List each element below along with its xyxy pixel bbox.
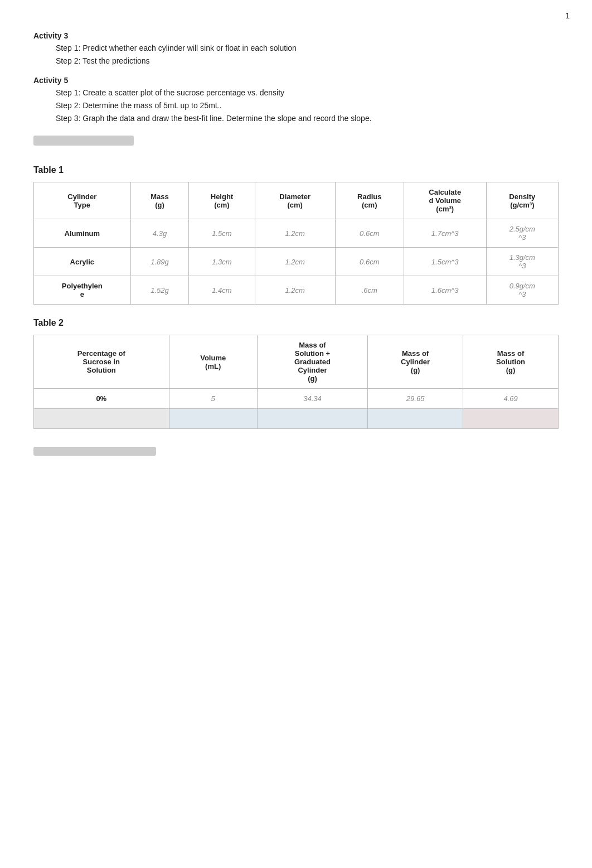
cell-aluminum-radius: 0.6cm [335,219,404,248]
cell-mass-sol-0pct: 4.69 [463,389,559,409]
activity-5-section: Activity 5 Step 1: Create a scatter plot… [33,76,559,124]
cell-aluminum-type: Aluminum [34,219,131,248]
cell-poly-density: 0.9g/cm^3 [486,276,558,305]
redacted-bar-1 [33,136,134,146]
table-row: Polyethylene 1.52g 1.4cm 1.2cm .6cm 1.6c… [34,276,559,305]
table-row-empty [34,409,559,429]
cell-volume-0pct: 5 [169,389,257,409]
col2-header-mass-cylinder: Mass ofCylinder(g) [368,335,463,389]
cell-sucrose-0pct: 0% [34,389,169,409]
cell-acrylic-diameter: 1.2cm [255,248,335,276]
cell-poly-diameter: 1.2cm [255,276,335,305]
col-header-height: Height(cm) [189,182,255,219]
cell-poly-height: 1.4cm [189,276,255,305]
col-header-diameter: Diameter(cm) [255,182,335,219]
col2-header-sucrose: Percentage ofSucrose inSolution [34,335,169,389]
cell-empty-1 [34,409,169,429]
cell-aluminum-height: 1.5cm [189,219,255,248]
col2-header-volume: Volume(mL) [169,335,257,389]
activity-3-step-1: Step 1: Predict whether each cylinder wi… [56,42,559,54]
cell-empty-4 [368,409,463,429]
activity-3-title: Activity 3 [33,31,559,40]
cell-empty-2 [169,409,257,429]
activity-5-title: Activity 5 [33,76,559,85]
cell-mass-cyl-0pct: 29.65 [368,389,463,409]
cell-aluminum-density: 2.5g/cm^3 [486,219,558,248]
cell-empty-5 [463,409,559,429]
redacted-bar-2 [33,447,156,456]
table-2: Percentage ofSucrose inSolution Volume(m… [33,335,559,429]
activity-3-section: Activity 3 Step 1: Predict whether each … [33,31,559,67]
col-header-radius: Radius(cm) [335,182,404,219]
col-header-density: Density(g/cm³) [486,182,558,219]
cell-mass-sol-cyl-0pct: 34.34 [257,389,367,409]
table-1-label: Table 1 [33,165,559,175]
cell-acrylic-density: 1.3g/cm^3 [486,248,558,276]
activity-5-step-1: Step 1: Create a scatter plot of the suc… [56,87,559,99]
activity-5-step-2: Step 2: Determine the mass of 5mL up to … [56,100,559,112]
cell-aluminum-diameter: 1.2cm [255,219,335,248]
cell-acrylic-mass: 1.89g [130,248,189,276]
activity-5-step-3: Step 3: Graph the data and draw the best… [56,113,559,124]
cell-acrylic-type: Acrylic [34,248,131,276]
cell-acrylic-height: 1.3cm [189,248,255,276]
cell-aluminum-volume: 1.7cm^3 [404,219,486,248]
activity-3-step-2: Step 2: Test the predictions [56,55,559,67]
cell-poly-type: Polyethylene [34,276,131,305]
col2-header-mass-solution: Mass ofSolution(g) [463,335,559,389]
table-2-label: Table 2 [33,318,559,328]
page-number: 1 [565,11,570,20]
col-header-cylinder-type: CylinderType [34,182,131,219]
cell-poly-radius: .6cm [335,276,404,305]
table-row: 0% 5 34.34 29.65 4.69 [34,389,559,409]
col2-header-mass-solution-cylinder: Mass ofSolution +GraduatedCylinder(g) [257,335,367,389]
table-1: CylinderType Mass(g) Height(cm) Diameter… [33,182,559,305]
table-row: Aluminum 4.3g 1.5cm 1.2cm 0.6cm 1.7cm^3 … [34,219,559,248]
cell-poly-volume: 1.6cm^3 [404,276,486,305]
cell-aluminum-mass: 4.3g [130,219,189,248]
col-header-volume: Calculated Volume(cm³) [404,182,486,219]
table-row: Acrylic 1.89g 1.3cm 1.2cm 0.6cm 1.5cm^3 … [34,248,559,276]
cell-acrylic-radius: 0.6cm [335,248,404,276]
cell-empty-3 [257,409,367,429]
col-header-mass: Mass(g) [130,182,189,219]
cell-poly-mass: 1.52g [130,276,189,305]
cell-acrylic-volume: 1.5cm^3 [404,248,486,276]
